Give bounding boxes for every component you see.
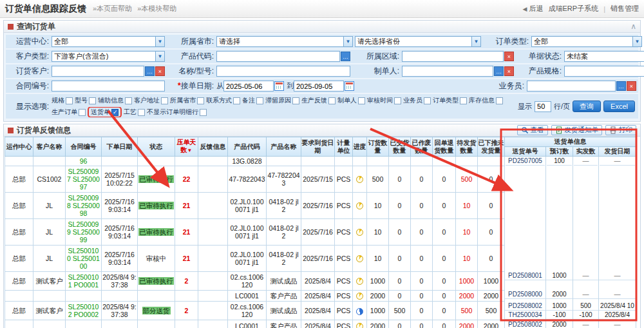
- display-option-备注[interactable]: 备注: [242, 96, 263, 105]
- display-option-规格[interactable]: 规格: [52, 96, 73, 105]
- display-option-客户地址[interactable]: 客户地址: [134, 96, 168, 105]
- column-header[interactable]: 计量单位: [335, 137, 353, 157]
- column-header[interactable]: 合同编号: [66, 137, 102, 157]
- name-model-input[interactable]: [216, 66, 350, 77]
- table-row[interactable]: LC0001客户产品2025/8/4PCS200000020002000PD25…: [5, 290, 636, 302]
- lookup-icon[interactable]: …: [616, 81, 626, 91]
- calendar-icon[interactable]: [274, 81, 284, 91]
- table-row[interactable]: 总部JLSL2500100 SL25001002025/7/16 9:03:14…: [5, 245, 636, 271]
- contract-no-input[interactable]: [52, 81, 165, 92]
- province-select[interactable]: 请选择▼: [216, 36, 353, 47]
- display-option-送货单[interactable]: 送货单: [88, 107, 122, 117]
- column-header[interactable]: 已下推未发货量: [478, 137, 505, 157]
- option-checkbox[interactable]: [358, 97, 365, 104]
- module-link[interactable]: 销售管理: [611, 4, 639, 14]
- delivery-column-header[interactable]: 发货日期: [599, 147, 636, 157]
- clear-icon[interactable]: ×: [155, 66, 165, 76]
- option-checkbox[interactable]: [111, 109, 118, 116]
- column-header[interactable]: 待发货数量: [456, 137, 478, 157]
- column-header[interactable]: 状态: [138, 137, 175, 157]
- option-checkbox[interactable]: [424, 97, 431, 104]
- doc-status-select[interactable]: 未结案▼: [564, 51, 644, 62]
- delivery-column-header[interactable]: 送货单号: [505, 147, 546, 157]
- lookup-icon[interactable]: …: [494, 66, 504, 76]
- page-help-link[interactable]: »本页面帮助: [93, 4, 132, 14]
- option-checkbox[interactable]: [200, 109, 207, 116]
- display-option-所属省市[interactable]: 所属省市: [170, 96, 204, 105]
- option-checkbox[interactable]: [89, 97, 96, 104]
- display-option-业务员[interactable]: 业务员: [403, 96, 431, 105]
- column-header[interactable]: 已作废数量: [411, 137, 433, 157]
- display-option-工艺[interactable]: 工艺: [124, 108, 145, 117]
- table-row[interactable]: 总部JLSL2500099 SL25000992025/7/16 9:03:14…: [5, 218, 636, 245]
- column-header[interactable]: 已交货数量: [389, 137, 411, 157]
- column-header[interactable]: 压单天数▼: [175, 137, 198, 157]
- view-button[interactable]: 查看: [517, 125, 548, 135]
- table-row[interactable]: 9613G.0828PD2507005100——: [5, 157, 636, 166]
- option-checkbox[interactable]: [233, 97, 240, 104]
- calendar-icon[interactable]: [345, 81, 354, 91]
- product-spec-input[interactable]: [564, 66, 644, 77]
- column-header[interactable]: 订货数量: [367, 137, 389, 157]
- table-row[interactable]: 总部CS1002SL2500097 SL25000972025/7/15 10:…: [5, 166, 636, 192]
- collapse-icon[interactable]: ∧: [630, 22, 636, 31]
- column-header[interactable]: 进度: [353, 137, 367, 157]
- operation-center-select[interactable]: 全部▼: [52, 36, 165, 47]
- option-checkbox[interactable]: [460, 97, 467, 104]
- order-type-select[interactable]: 全部▼: [531, 36, 642, 47]
- display-option-生产订单[interactable]: 生产订单: [52, 108, 86, 117]
- clear-icon[interactable]: ×: [504, 52, 514, 61]
- option-checkbox[interactable]: [496, 97, 503, 104]
- lookup-icon[interactable]: …: [145, 66, 155, 76]
- module-help-link[interactable]: »本模块帮助: [137, 4, 176, 14]
- customer-type-select[interactable]: 下游客户(含混合)▼: [52, 51, 165, 62]
- option-checkbox[interactable]: [394, 97, 401, 104]
- salesman-input[interactable]: [527, 81, 616, 92]
- option-checkbox[interactable]: [292, 97, 299, 104]
- column-header[interactable]: 回单退货数量: [433, 137, 456, 157]
- display-option-订单类型[interactable]: 订单类型: [433, 96, 467, 105]
- display-option-型号[interactable]: 型号: [75, 96, 96, 105]
- clear-icon[interactable]: ×: [504, 66, 514, 76]
- back-link[interactable]: ◀ 后退: [523, 4, 544, 14]
- order-customer-input[interactable]: [52, 66, 144, 77]
- display-option-不显示订单明细行[interactable]: 不显示订单明细行: [147, 108, 207, 117]
- display-option-库存信息[interactable]: 库存信息: [469, 96, 503, 105]
- option-checkbox[interactable]: [79, 109, 86, 116]
- column-header[interactable]: 要求到货日期: [301, 137, 335, 157]
- display-option-制单人[interactable]: 制单人: [337, 96, 365, 105]
- table-row[interactable]: LC0001客户产品2025/8/4PCS200000020002000PD25…: [5, 320, 636, 328]
- delivery-column-header[interactable]: 预订数: [546, 147, 573, 157]
- system-link[interactable]: 成瑞ERP子系统: [549, 4, 599, 14]
- column-header[interactable]: 下单日期: [102, 137, 138, 157]
- lookup-icon[interactable]: …: [341, 52, 350, 61]
- delivery-notice-button[interactable]: 发货通知单: [551, 125, 603, 135]
- clear-icon[interactable]: ×: [627, 81, 636, 91]
- column-header[interactable]: 产品代码: [228, 137, 267, 157]
- date-to-input[interactable]: [294, 81, 344, 92]
- excel-button[interactable]: Excel: [603, 101, 635, 112]
- table-row[interactable]: 总部测试客户SL2500101 PO00012025/8/4 9:37:38已审…: [5, 271, 636, 290]
- display-option-审核时间[interactable]: 审核时间: [367, 96, 401, 105]
- option-checkbox[interactable]: [125, 97, 132, 104]
- delivery-column-header[interactable]: 实发数: [573, 147, 599, 157]
- maker-input[interactable]: [402, 66, 493, 77]
- column-header[interactable]: 运作中心: [5, 137, 33, 157]
- table-row[interactable]: 总部JLSL2500098 SL25000982025/7/16 9:03:14…: [5, 192, 636, 218]
- print-button[interactable]: 打印: [605, 125, 636, 135]
- display-option-辅助信息[interactable]: 辅助信息: [98, 96, 132, 105]
- product-code-input[interactable]: [216, 51, 340, 62]
- page-size-input[interactable]: [535, 101, 551, 112]
- table-row[interactable]: 总部测试客户SL2500102 PO00022025/8/4 9:37:38部分…: [5, 302, 636, 320]
- option-checkbox[interactable]: [197, 97, 204, 104]
- display-option-联系方式[interactable]: 联系方式: [206, 96, 240, 105]
- option-checkbox[interactable]: [328, 97, 336, 104]
- display-option-滞留原因[interactable]: 滞留原因: [265, 96, 299, 105]
- option-checkbox[interactable]: [256, 97, 263, 104]
- option-checkbox[interactable]: [161, 97, 168, 104]
- column-header[interactable]: 客户名称: [33, 137, 66, 157]
- date-from-input[interactable]: [223, 81, 274, 92]
- column-header[interactable]: 产品名称: [267, 137, 301, 157]
- city-select[interactable]: 请先选择省份▼: [355, 36, 481, 47]
- column-header[interactable]: 反馈信息: [198, 137, 228, 157]
